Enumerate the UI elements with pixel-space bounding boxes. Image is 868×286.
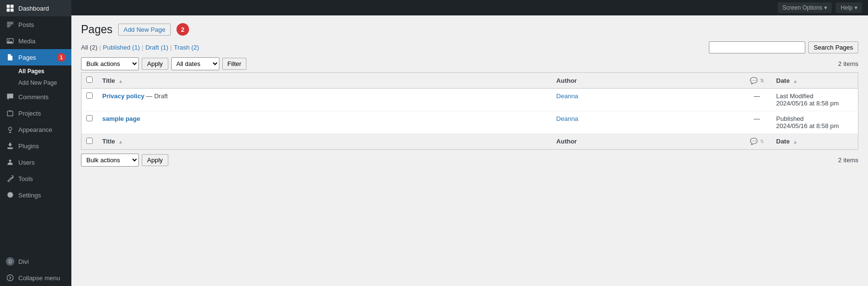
sidebar-item-users[interactable]: Users [0, 154, 71, 170]
sidebar-sub-label: All Pages [18, 68, 44, 75]
footer-checkbox-cell [81, 134, 98, 150]
sidebar: Dashboard Posts Media Pages 1 All Pages … [0, 0, 71, 286]
sidebar-item-label: Collapse menu [18, 274, 60, 282]
pages-badge: 1 [57, 53, 66, 62]
top-toolbar: Bulk actions Apply All dates Filter 2 it… [81, 57, 858, 70]
table-header-comments: 💬 ⇅ [743, 73, 772, 89]
footer-select-all-checkbox[interactable] [86, 138, 93, 144]
sidebar-item-appearance[interactable]: Appearance [0, 121, 71, 138]
sidebar-item-posts[interactable]: Posts [0, 16, 71, 33]
dashboard-icon [6, 4, 14, 13]
pages-header-badge: 2 [176, 23, 189, 36]
add-new-page-button[interactable]: Add New Page [118, 24, 171, 36]
sidebar-item-media[interactable]: Media [0, 33, 71, 49]
row2-author-link[interactable]: Deanna [556, 115, 579, 122]
sidebar-item-pages[interactable]: Pages 1 [0, 49, 71, 65]
sidebar-item-add-new-page[interactable]: Add New Page [0, 77, 71, 89]
table-row: sample page Deanna — Published 2024/05/1… [81, 111, 858, 134]
row1-date-status: Last Modified [776, 92, 814, 100]
row1-comments-value: — [754, 92, 760, 100]
search-pages-button[interactable]: Search Pages [808, 41, 858, 53]
page-title: Pages [81, 24, 112, 35]
row2-title-link[interactable]: sample page [102, 115, 140, 122]
sidebar-item-label: Divi [18, 258, 29, 265]
sidebar-item-tools[interactable]: Tools [0, 170, 71, 187]
apply-button-bottom[interactable]: Apply [142, 154, 168, 166]
filter-published[interactable]: Published (1) [103, 44, 140, 51]
sidebar-item-label: Media [18, 38, 35, 45]
sidebar-item-divi[interactable]: D Divi [0, 253, 71, 270]
row2-comments-cell: — [743, 111, 772, 134]
sidebar-item-all-pages[interactable]: All Pages [0, 65, 71, 77]
row2-date-value: 2024/05/16 at 8:58 pm [776, 122, 839, 130]
date-sort-icon: ▲ [793, 78, 798, 84]
select-all-checkbox[interactable] [86, 77, 93, 83]
comments-icon-header: 💬 [750, 77, 758, 84]
footer-author-cell: Author [552, 134, 743, 150]
row2-date-status: Published [776, 115, 804, 122]
row2-title-cell: sample page [97, 111, 552, 134]
row2-comments-value: — [754, 115, 760, 122]
svg-rect-1 [11, 5, 14, 8]
search-input[interactable] [709, 41, 805, 53]
screen-options-chevron: ▾ [824, 4, 827, 11]
row1-title-link[interactable]: Privacy policy [102, 92, 146, 100]
plugins-icon [6, 142, 14, 150]
items-count-bottom: 2 items [838, 156, 858, 164]
help-button[interactable]: Help ▾ [836, 2, 862, 13]
svg-rect-7 [7, 147, 13, 149]
appearance-icon [6, 125, 14, 134]
row1-author-link[interactable]: Deanna [556, 92, 579, 100]
filter-draft[interactable]: Draft (1) [145, 44, 168, 51]
row1-draft-label: — Draft [146, 92, 168, 100]
screen-options-button[interactable]: Screen Options ▾ [778, 2, 832, 13]
sidebar-item-settings[interactable]: Settings [0, 187, 71, 203]
projects-icon [6, 109, 14, 117]
screen-options-label: Screen Options [783, 4, 823, 11]
users-icon [6, 158, 14, 167]
pages-icon [6, 53, 14, 62]
page-content: Pages Add New Page 2 All (2) | Published… [71, 15, 868, 286]
topbar: Screen Options ▾ Help ▾ [71, 0, 868, 15]
bulk-actions-select-bottom[interactable]: Bulk actions [81, 154, 139, 167]
table-header-checkbox [81, 73, 98, 89]
sidebar-item-label: Users [18, 159, 35, 166]
collapse-icon [6, 273, 14, 282]
items-count-top: 2 items [838, 60, 858, 67]
row1-comments-cell: — [743, 89, 772, 111]
sidebar-item-label: Comments [18, 93, 49, 101]
help-label: Help [841, 4, 853, 11]
dates-select[interactable]: All dates [171, 57, 219, 70]
sidebar-item-plugins[interactable]: Plugins [0, 138, 71, 154]
sidebar-item-label: Plugins [18, 143, 39, 150]
filter-all[interactable]: All (2) [81, 44, 97, 51]
footer-comments-cell: 💬 ⇅ [743, 134, 772, 150]
sidebar-item-collapse[interactable]: Collapse menu [0, 270, 71, 286]
apply-button-top[interactable]: Apply [142, 58, 168, 70]
filter-button[interactable]: Filter [222, 58, 247, 70]
row1-date-cell: Last Modified 2024/05/16 at 8:58 pm [772, 89, 858, 111]
sidebar-item-projects[interactable]: Projects [0, 105, 71, 121]
row1-checkbox[interactable] [86, 92, 93, 99]
help-chevron: ▾ [854, 4, 857, 11]
filter-trash[interactable]: Trash (2) [174, 44, 199, 51]
row1-checkbox-cell [81, 89, 98, 111]
sidebar-item-label: Projects [18, 110, 41, 117]
row2-checkbox[interactable] [86, 115, 93, 121]
svg-rect-3 [11, 9, 14, 12]
page-header: Pages Add New Page 2 [81, 23, 858, 36]
svg-point-5 [8, 39, 9, 40]
sidebar-item-dashboard[interactable]: Dashboard [0, 0, 71, 16]
filter-nav: All (2) | Published (1) | Draft (1) | Tr… [81, 41, 858, 53]
sidebar-item-comments[interactable]: Comments [0, 89, 71, 105]
bulk-actions-select-top[interactable]: Bulk actions [81, 57, 139, 70]
row2-author-cell: Deanna [552, 111, 743, 134]
media-icon [6, 37, 14, 45]
row1-title-cell: Privacy policy — Draft [97, 89, 552, 111]
table-header-author: Author [552, 73, 743, 89]
row2-checkbox-cell [81, 111, 98, 134]
sidebar-item-label: Dashboard [18, 5, 49, 12]
svg-rect-0 [7, 5, 10, 8]
sidebar-item-label: Settings [18, 192, 41, 199]
title-sort-icon: ▲ [118, 78, 123, 84]
